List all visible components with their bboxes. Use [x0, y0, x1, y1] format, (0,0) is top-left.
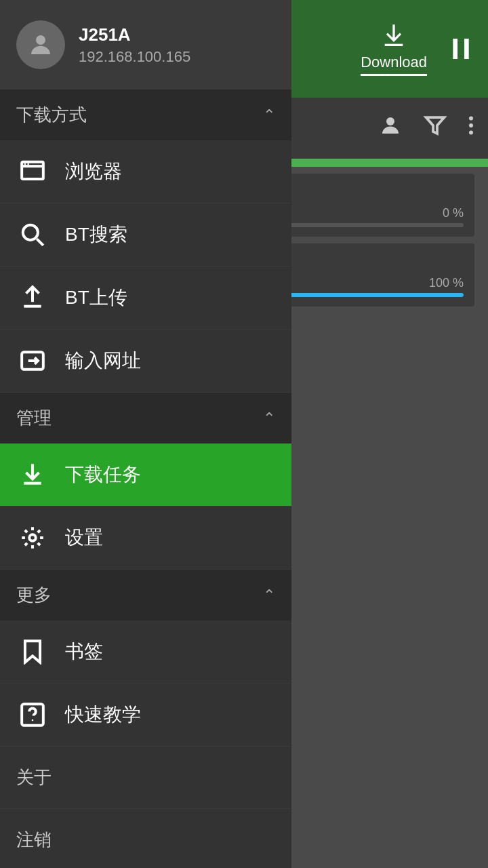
section-more-title: 更多: [16, 583, 52, 607]
tab-pause[interactable]: [447, 35, 474, 62]
menu-item-download-task-label: 下载任务: [65, 462, 141, 488]
svg-point-5: [469, 117, 473, 121]
menu-item-bookmark[interactable]: 书签: [0, 620, 291, 684]
menu-item-about[interactable]: 关于: [0, 747, 291, 809]
bookmark-icon: [16, 635, 49, 668]
tab-download-label: Download: [361, 54, 427, 71]
menu-item-settings-label: 设置: [65, 525, 103, 551]
section-more[interactable]: 更多 ⌃: [0, 570, 291, 620]
svg-point-13: [23, 225, 38, 240]
menu-item-download-task[interactable]: 下载任务: [0, 443, 291, 507]
url-icon: [16, 344, 49, 377]
menu-item-help-label: 快速教学: [65, 702, 141, 728]
user-name: J251A: [79, 24, 190, 45]
chevron-up-icon-2: ⌃: [263, 410, 275, 427]
drawer-header: J251A 192.168.100.165: [0, 0, 291, 90]
svg-point-7: [469, 131, 473, 135]
bt-search-icon: [16, 218, 49, 251]
menu-item-bt-search[interactable]: BT搜索: [0, 203, 291, 267]
chevron-up-icon-3: ⌃: [263, 587, 275, 604]
section-management-title: 管理: [16, 406, 52, 430]
user-ip: 192.168.100.165: [79, 48, 190, 66]
menu-item-browser-label: 浏览器: [65, 159, 122, 184]
menu-item-url[interactable]: 输入网址: [0, 330, 291, 393]
menu-item-settings[interactable]: 设置: [0, 507, 291, 570]
svg-point-21: [32, 719, 34, 722]
svg-point-11: [24, 163, 26, 165]
filter-icon[interactable]: [423, 113, 447, 143]
bt-upload-icon: [16, 281, 49, 314]
menu-item-browser[interactable]: 浏览器: [0, 140, 291, 203]
svg-point-8: [36, 35, 45, 45]
user-icon[interactable]: [378, 113, 403, 143]
download-task-icon: [16, 458, 49, 491]
svg-point-6: [469, 123, 473, 127]
browser-icon: [16, 155, 49, 188]
svg-point-12: [27, 163, 29, 165]
svg-point-18: [29, 534, 36, 541]
menu-item-bt-search-label: BT搜索: [65, 222, 127, 248]
section-download-method[interactable]: 下载方式 ⌃: [0, 90, 291, 140]
menu-item-logout-label: 注销: [16, 829, 52, 850]
settings-icon: [16, 521, 49, 554]
svg-marker-19: [25, 641, 40, 663]
menu-item-about-label: 关于: [16, 767, 52, 787]
user-info: J251A 192.168.100.165: [79, 24, 190, 66]
menu-item-logout[interactable]: 注销: [0, 809, 291, 868]
drawer: J251A 192.168.100.165 下载方式 ⌃ 浏览器 BT搜索: [0, 0, 291, 868]
tab-download[interactable]: Download: [361, 22, 427, 76]
section-download-method-title: 下载方式: [16, 103, 87, 127]
svg-rect-1: [453, 39, 458, 59]
svg-rect-2: [464, 39, 469, 59]
svg-line-14: [37, 239, 43, 245]
svg-point-3: [386, 117, 394, 125]
chevron-up-icon: ⌃: [263, 106, 275, 124]
menu-item-bookmark-label: 书签: [65, 639, 103, 665]
more-icon[interactable]: [468, 113, 474, 143]
avatar: [16, 20, 65, 69]
menu-item-url-label: 输入网址: [65, 348, 141, 374]
section-management[interactable]: 管理 ⌃: [0, 393, 291, 443]
help-icon: [16, 698, 49, 731]
menu-item-bt-upload-label: BT上传: [65, 285, 127, 311]
menu-item-bt-upload[interactable]: BT上传: [0, 267, 291, 330]
menu-item-help[interactable]: 快速教学: [0, 684, 291, 747]
svg-marker-4: [426, 117, 445, 134]
